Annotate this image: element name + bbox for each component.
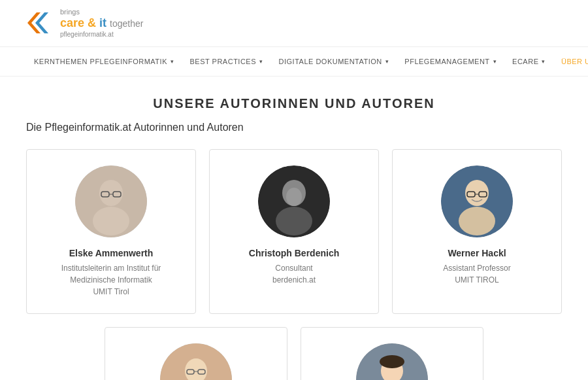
- nav-kernthemen[interactable]: KERNTHEMEN PFLEGEINFORMATIK ▾: [26, 52, 182, 71]
- authors-grid-bottom: Renate Nantschev Wissenschaftliche Mitar…: [26, 327, 562, 380]
- logo-care-it: care & it together: [60, 16, 143, 31]
- author-photo-0: [75, 165, 147, 237]
- nav-best-practices[interactable]: BEST PRACTICES ▾: [182, 52, 270, 71]
- chevron-down-icon: ▾: [385, 58, 389, 65]
- logo-brings: brings: [60, 8, 143, 16]
- logo[interactable]: brings care & it together pflegeinformat…: [26, 8, 143, 39]
- main-nav: KERNTHEMEN PFLEGEINFORMATIK ▾ BEST PRACT…: [0, 47, 588, 77]
- nav-digitale-dokumentation[interactable]: DIGITALE DOKUMENTATION ▾: [271, 52, 397, 71]
- author-photo-1: [258, 165, 330, 237]
- svg-point-29: [380, 355, 404, 368]
- page-content: UNSERE AUTORINNEN UND AUTOREN Die Pflege…: [13, 77, 575, 380]
- site-header: brings care & it together pflegeinformat…: [0, 0, 588, 47]
- logo-together-word: together: [110, 18, 143, 29]
- page-title: UNSERE AUTORINNEN UND AUTOREN: [26, 96, 562, 111]
- svg-point-16: [459, 207, 495, 235]
- chevron-down-icon: ▾: [542, 58, 546, 65]
- author-desc-2: Assistant Professor UMIT TIROL: [443, 262, 510, 286]
- author-name-2: Werner Hackl: [448, 248, 506, 258]
- author-desc-0: Institutsleiterin am Institut für Medizi…: [40, 262, 182, 298]
- logo-amp: &: [88, 16, 99, 29]
- svg-point-6: [93, 207, 129, 235]
- nav-pflegemanagement[interactable]: PFLEGEMANAGEMENT ▾: [397, 52, 504, 71]
- chevron-down-icon: ▾: [171, 58, 174, 65]
- svg-point-5: [99, 180, 123, 206]
- authors-grid-top: Elske Ammenwerth Institutsleiterin am In…: [26, 149, 562, 314]
- svg-point-13: [286, 188, 302, 206]
- chevron-down-icon: ▾: [493, 58, 497, 65]
- chevron-down-icon: ▾: [259, 58, 263, 65]
- page-subtitle: Die Pflegeinformatik.at Autorinnen und A…: [26, 122, 562, 133]
- logo-site: pflegeinformatik.at: [60, 31, 143, 39]
- author-card-0: Elske Ammenwerth Institutsleiterin am In…: [26, 149, 196, 314]
- logo-it-word: it: [99, 16, 106, 29]
- svg-point-12: [276, 207, 312, 235]
- author-name-1: Christoph Berdenich: [249, 248, 339, 258]
- author-desc-1: Consultant berdenich.at: [272, 262, 316, 286]
- author-card-1: Christoph Berdenich Consultant berdenich…: [209, 149, 379, 314]
- author-photo-3: [160, 343, 232, 380]
- nav-ecare[interactable]: ECARE ▾: [504, 52, 553, 71]
- logo-text: brings care & it together pflegeinformat…: [60, 8, 143, 39]
- author-card-3: Renate Nantschev Wissenschaftliche Mitar…: [105, 327, 287, 380]
- svg-point-15: [465, 180, 489, 206]
- logo-care-word: care: [60, 16, 84, 29]
- author-card-4: Viktoria Redl Consultant / Produktverant…: [301, 327, 483, 380]
- author-photo-4: [356, 343, 428, 380]
- author-name-0: Elske Ammenwerth: [69, 248, 154, 258]
- nav-ueber-uns[interactable]: ÜBER UNS ▾: [553, 52, 588, 71]
- author-photo-2: [441, 165, 513, 237]
- logo-icon: [26, 9, 55, 37]
- author-card-2: Werner Hackl Assistant Professor UMIT TI…: [392, 149, 562, 314]
